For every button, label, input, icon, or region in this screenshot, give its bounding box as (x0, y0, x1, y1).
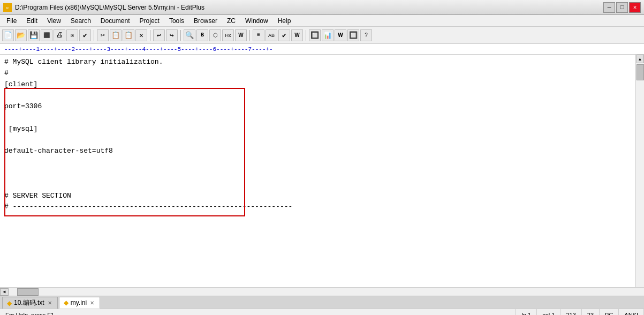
status-chars-text: 213 (566, 312, 575, 316)
toolbar-w1[interactable]: W (235, 29, 247, 41)
tab-icon-2: ◆ (64, 299, 69, 306)
toolbar-redo[interactable]: ↪ (166, 29, 178, 41)
editor-line-6 (4, 112, 631, 124)
toolbar-open[interactable]: 📂 (15, 29, 27, 41)
menu-window[interactable]: Window (241, 16, 272, 26)
toolbar-box[interactable]: 🔲 (309, 29, 321, 41)
sep3 (180, 30, 181, 41)
editor-line-7: [mysql] (4, 124, 631, 135)
toolbar-w3[interactable]: W (335, 29, 346, 41)
toolbar-w2[interactable]: W (291, 29, 303, 41)
editor-line-9: default-character-set=utf8 (4, 146, 631, 157)
status-col: col 1 (537, 309, 560, 315)
toolbar-find[interactable]: 🔍 (184, 29, 195, 41)
maximize-button[interactable]: □ (616, 2, 628, 13)
menu-help[interactable]: Help (274, 16, 296, 26)
editor-main[interactable]: # MySQL client library initialization. #… (0, 55, 635, 287)
menu-search[interactable]: Search (66, 16, 95, 26)
toolbar-new[interactable]: 📄 (2, 29, 14, 41)
title-bar: ✏ D:\Program Files (x86)\MySQL\MySQL Ser… (0, 0, 644, 15)
hscroll-thumb[interactable] (17, 288, 39, 296)
sep5 (306, 30, 306, 41)
menu-edit[interactable]: Edit (22, 16, 42, 26)
toolbar-copy[interactable]: 📋 (110, 29, 122, 41)
tab-encoding[interactable]: ◆ 10.编码.txt ✕ (2, 297, 58, 309)
editor-line-5: port=3306 (4, 101, 631, 112)
editor-content[interactable]: # MySQL client library initialization. #… (0, 55, 635, 215)
tab-label-2: my.ini (71, 299, 87, 306)
status-ln-text: ln 1 (521, 312, 531, 316)
window-controls: ─ □ ✕ (603, 2, 641, 13)
toolbar-spell[interactable]: ✔ (79, 29, 91, 41)
editor-line-12 (4, 179, 631, 191)
tab-close-2[interactable]: ✕ (89, 299, 95, 306)
status-chars: 213 (560, 309, 581, 315)
toolbar-delete[interactable]: ✕ (135, 29, 147, 41)
status-lines: 23 (582, 309, 600, 315)
editor-line-10 (4, 157, 631, 168)
app-icon: ✏ (3, 3, 12, 12)
toolbar-save[interactable]: 💾 (28, 29, 40, 41)
toolbar-replace[interactable]: ⬡ (209, 29, 221, 41)
status-ln: ln 1 (516, 309, 537, 315)
tab-myini[interactable]: ◆ my.ini ✕ (59, 297, 100, 309)
toolbar-printpreview[interactable]: ✉ (66, 29, 78, 41)
editor-line-11 (4, 168, 631, 179)
toolbar: 📄 📂 💾 ⬛ 🖨 ✉ ✔ ✂ 📋 📋 ✕ ↩ ↪ 🔍 B ⬡ Hx W ≡ A… (0, 27, 644, 44)
editor-line-2: # (4, 68, 631, 79)
toolbar-hex[interactable]: Hx (222, 29, 234, 41)
editor-line-13: # SERVER SECTION (4, 191, 631, 202)
sep1 (94, 30, 94, 41)
toolbar-list[interactable]: ≡ (253, 29, 264, 41)
minimize-button[interactable]: ─ (603, 2, 615, 13)
status-charset-text: ANSI (624, 312, 638, 316)
ruler-text: ----+----1----+----2----+----3----+----4… (4, 46, 273, 52)
tab-bar: ◆ 10.编码.txt ✕ ◆ my.ini ✕ (0, 296, 644, 309)
toolbar-cut[interactable]: ✂ (97, 29, 109, 41)
scroll-up-arrow[interactable]: ▲ (637, 55, 644, 63)
editor-line-8 (4, 135, 631, 146)
toolbar-chart[interactable]: 📊 (322, 29, 334, 41)
scroll-left-arrow[interactable]: ◀ (0, 288, 9, 296)
editor-line-14: # --------------------------------------… (4, 201, 631, 213)
toolbar-undo[interactable]: ↩ (153, 29, 165, 41)
editor-line-1: # MySQL client library initialization. (4, 57, 631, 68)
status-help: For Help, press F1 (0, 309, 516, 315)
vertical-scrollbar[interactable]: ▲ (635, 55, 644, 287)
menu-view[interactable]: View (43, 16, 65, 26)
close-button[interactable]: ✕ (629, 2, 641, 13)
tab-label-1: 10.编码.txt (14, 298, 44, 308)
menu-browser[interactable]: Browser (190, 16, 222, 26)
status-bar: For Help, press F1 ln 1 col 1 213 23 PC … (0, 309, 644, 315)
menu-document[interactable]: Document (96, 16, 134, 26)
toolbar-findnext[interactable]: B (196, 29, 208, 41)
status-lines-text: 23 (587, 312, 594, 316)
toolbar-paste[interactable]: 📋 (123, 29, 134, 41)
window-title: D:\Program Files (x86)\MySQL\MySQL Serve… (15, 4, 204, 11)
toolbar-help[interactable]: ? (360, 29, 372, 41)
sep2 (150, 30, 150, 41)
menu-tools[interactable]: Tools (165, 16, 188, 26)
status-encoding-text: PC (605, 312, 613, 316)
tab-close-1[interactable]: ✕ (47, 299, 53, 306)
horizontal-scrollbar[interactable]: ◀ (0, 287, 644, 296)
menu-file[interactable]: File (2, 16, 21, 26)
status-col-text: col 1 (542, 312, 555, 316)
status-help-text: For Help, press F1 (5, 312, 54, 316)
menu-zc[interactable]: ZC (223, 16, 240, 26)
toolbar-box2[interactable]: 🔲 (347, 29, 359, 41)
status-encoding: PC (600, 309, 619, 315)
tab-icon-1: ◆ (7, 299, 12, 307)
toolbar-check[interactable]: ✔ (278, 29, 290, 41)
scroll-thumb[interactable] (637, 64, 644, 80)
toolbar-saveall[interactable]: ⬛ (41, 29, 52, 41)
editor-line-3: [client] (4, 79, 631, 91)
ruler: ----+----1----+----2----+----3----+----4… (0, 44, 644, 55)
menu-bar: File Edit View Search Document Project T… (0, 15, 644, 27)
toolbar-print[interactable]: 🖨 (54, 29, 65, 41)
sep4 (249, 30, 250, 41)
toolbar-ab[interactable]: AB (266, 29, 277, 41)
editor-container: # MySQL client library initialization. #… (0, 55, 644, 287)
editor-line-4 (4, 90, 631, 101)
menu-project[interactable]: Project (135, 16, 164, 26)
